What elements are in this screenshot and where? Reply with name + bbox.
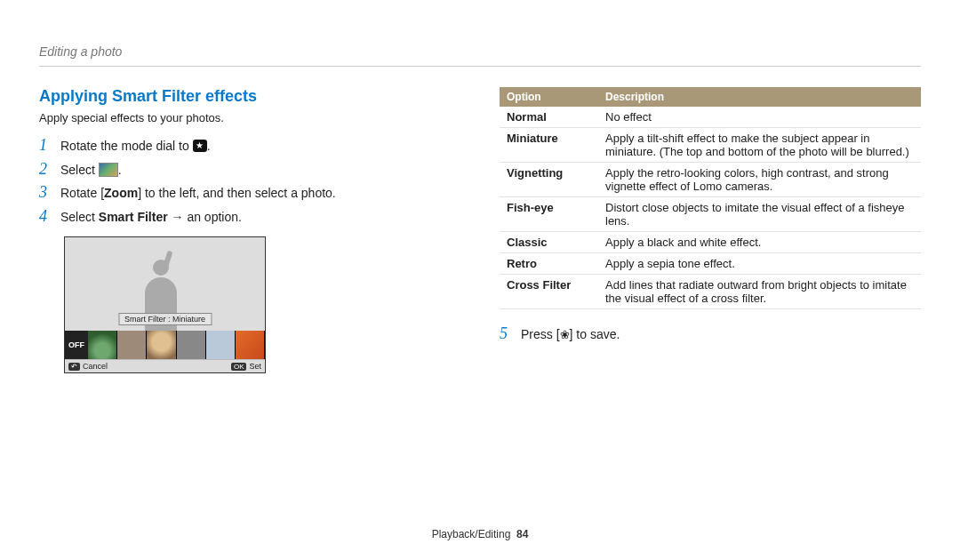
cancel-label: ↶Cancel (68, 362, 108, 371)
filter-thumb (88, 331, 117, 359)
step-number: 4 (39, 208, 52, 226)
filter-filmstrip: OFF (65, 331, 265, 359)
table-row: NormalNo effect (500, 107, 921, 128)
divider (39, 66, 921, 67)
steps-list-cont: 5 Press [❀] to save. (500, 325, 921, 344)
photo-edit-icon (99, 163, 118, 177)
preview-image-area: Smart Filter : Miniature (65, 237, 265, 331)
camera-screen-preview: Smart Filter : Miniature OFF ↶Cancel OKS… (64, 236, 266, 373)
table-row: VignettingApply the retro-looking colors… (500, 163, 921, 197)
filter-thumb (147, 331, 176, 359)
table-header-option: Option (500, 87, 598, 107)
step-text: Select Smart Filter → an option. (60, 208, 242, 227)
step-number: 1 (39, 137, 52, 155)
preview-button-bar: ↶Cancel OKSet (65, 359, 265, 372)
step-number: 5 (500, 325, 512, 343)
footer-section: Playback/Editing (432, 528, 511, 540)
table-header-description: Description (598, 87, 921, 107)
filter-thumb (117, 331, 147, 359)
section-title: Applying Smart Filter effects (39, 87, 466, 106)
page-footer: Playback/Editing 84 (0, 528, 960, 540)
table-row: MiniatureApply a tilt-shift effect to ma… (500, 128, 921, 163)
step-text: Press [❀] to save. (521, 325, 620, 344)
step-number: 2 (39, 161, 52, 179)
intro-text: Apply special effects to your photos. (39, 111, 466, 124)
step-text: Rotate the mode dial to ★. (60, 137, 211, 156)
filter-off-thumb: OFF (65, 331, 88, 359)
step-text: Rotate [Zoom] to the left, and then sele… (60, 184, 336, 203)
breadcrumb: Editing a photo (39, 44, 122, 59)
macro-button-icon: ❀ (560, 327, 570, 343)
mode-dial-icon: ★ (193, 140, 207, 152)
steps-list: 1 Rotate the mode dial to ★. 2 Select . … (39, 137, 466, 226)
step-number: 3 (39, 184, 52, 202)
preview-filter-label: Smart Filter : Miniature (118, 313, 212, 325)
table-row: RetroApply a sepia tone effect. (500, 253, 921, 275)
filter-options-table: Option Description NormalNo effect Minia… (500, 87, 921, 309)
step-text: Select . (60, 161, 122, 180)
set-label: OKSet (231, 362, 261, 371)
filter-thumb (236, 331, 265, 359)
table-row: ClassicApply a black and white effect. (500, 232, 921, 253)
filter-thumb (177, 331, 206, 359)
filter-thumb (206, 331, 236, 359)
table-row: Cross FilterAdd lines that radiate outwa… (500, 275, 921, 309)
table-row: Fish-eyeDistort close objects to imitate… (500, 197, 921, 232)
page-number: 84 (516, 528, 528, 540)
